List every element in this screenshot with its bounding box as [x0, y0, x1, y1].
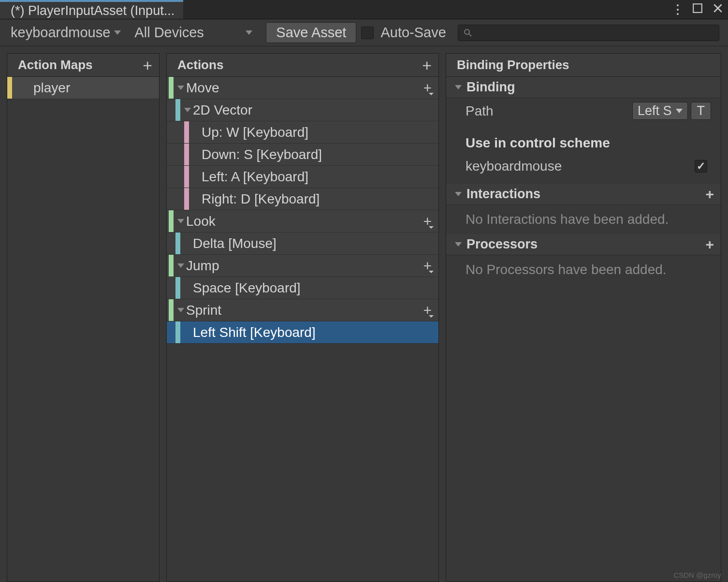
binding-label: Down: S [Keyboard] — [202, 147, 322, 162]
foldout-icon — [453, 189, 464, 200]
binding-properties-header: Binding Properties — [446, 54, 721, 77]
interactions-section-label: Interactions — [466, 187, 540, 202]
foldout-icon — [453, 82, 464, 93]
maximize-icon[interactable] — [692, 2, 703, 17]
binding-label: Space [Keyboard] — [193, 280, 301, 296]
action-label: Look — [186, 214, 216, 229]
processors-empty: No Processors have been added. — [446, 255, 721, 284]
color-bar — [175, 277, 180, 299]
add-processor-button[interactable]: + — [705, 236, 714, 253]
binding-label: Right: D [Keyboard] — [202, 191, 320, 207]
search-input[interactable] — [458, 25, 719, 41]
interactions-empty: No Interactions have been added. — [446, 205, 721, 234]
actions-panel: Actions + Move + 2D Vector Up: W [Keyboa… — [166, 53, 439, 582]
svg-point-3 — [465, 29, 469, 34]
actions-title: Actions — [177, 58, 223, 73]
action-jump[interactable]: Jump + — [167, 255, 438, 277]
color-bar — [175, 321, 180, 343]
binding-properties-body: Binding Path Left S T Use in control sch… — [446, 77, 721, 582]
composite-2d-vector[interactable]: 2D Vector — [167, 99, 438, 121]
foldout-icon — [453, 239, 464, 250]
add-binding-button[interactable]: + — [423, 302, 432, 319]
autosave-checkbox[interactable] — [361, 27, 374, 39]
foldout-icon[interactable] — [182, 105, 193, 116]
menu-dots-icon[interactable] — [677, 4, 679, 15]
binding-left[interactable]: Left: A [Keyboard] — [167, 166, 438, 188]
color-bar — [7, 77, 12, 99]
binding-section-label: Binding — [466, 80, 515, 95]
action-map-item[interactable]: player — [7, 77, 159, 99]
action-label: Move — [186, 80, 219, 96]
binding-label: Left Shift [Keyboard] — [193, 325, 316, 340]
main-area: Action Maps + player Actions + Move + — [0, 46, 728, 582]
save-asset-button[interactable]: Save Asset — [266, 22, 356, 43]
add-binding-button[interactable]: + — [423, 80, 432, 96]
tab-bar: (*) PlayerInputAsset (Input... — [0, 0, 728, 19]
control-scheme-row: keyboardmouse — [446, 155, 721, 178]
listen-button[interactable]: T — [691, 102, 712, 120]
binding-delta[interactable]: Delta [Mouse] — [167, 233, 438, 255]
binding-label: Delta [Mouse] — [193, 236, 277, 251]
processors-section-header[interactable]: Processors + — [446, 234, 721, 255]
devices-dropdown[interactable]: All Devices — [131, 24, 256, 42]
path-dropdown[interactable]: Left S — [632, 102, 688, 120]
color-bar — [169, 299, 174, 321]
chevron-down-icon — [114, 30, 121, 35]
add-action-button[interactable]: + — [422, 57, 432, 73]
control-scheme-checkbox[interactable] — [695, 160, 707, 173]
search-icon — [463, 28, 473, 38]
control-scheme-dropdown[interactable]: keyboardmouse — [7, 24, 125, 42]
binding-label: Left: A [Keyboard] — [202, 169, 308, 185]
tab-title: (*) PlayerInputAsset (Input... — [11, 3, 175, 18]
color-bar — [184, 166, 189, 188]
chevron-down-icon — [676, 109, 683, 113]
foldout-icon[interactable] — [175, 305, 186, 316]
action-maps-panel: Action Maps + player — [7, 53, 160, 582]
binding-section-header[interactable]: Binding — [446, 77, 721, 98]
add-binding-button[interactable]: + — [423, 213, 432, 230]
binding-right[interactable]: Right: D [Keyboard] — [167, 188, 438, 210]
binding-properties-title: Binding Properties — [457, 58, 569, 73]
color-bar — [184, 188, 189, 210]
devices-value: All Devices — [134, 25, 204, 41]
add-interaction-button[interactable]: + — [705, 186, 714, 203]
color-bar — [169, 210, 174, 232]
color-bar — [175, 233, 180, 254]
save-asset-label: Save Asset — [276, 25, 346, 40]
chevron-down-icon — [246, 30, 252, 35]
action-label: Sprint — [186, 303, 221, 318]
path-row: Path Left S T — [446, 98, 721, 124]
actions-header: Actions + — [167, 54, 438, 77]
use-control-scheme-label: Use in control scheme — [446, 131, 721, 155]
action-move[interactable]: Move + — [167, 77, 438, 99]
control-scheme-value: keyboardmouse — [11, 25, 110, 41]
composite-label: 2D Vector — [193, 102, 252, 118]
action-sprint[interactable]: Sprint + — [167, 299, 438, 321]
action-look[interactable]: Look + — [167, 210, 438, 233]
window-tab[interactable]: (*) PlayerInputAsset (Input... — [0, 0, 183, 19]
foldout-icon[interactable] — [175, 216, 186, 227]
action-map-label: player — [33, 80, 70, 96]
binding-down[interactable]: Down: S [Keyboard] — [167, 144, 438, 166]
color-bar — [169, 255, 174, 276]
svg-line-4 — [469, 34, 471, 36]
binding-up[interactable]: Up: W [Keyboard] — [167, 121, 438, 144]
binding-left-shift[interactable]: Left Shift [Keyboard] — [167, 321, 438, 344]
color-bar — [175, 99, 180, 121]
binding-properties-panel: Binding Properties Binding Path Left S T… — [446, 53, 721, 582]
binding-space[interactable]: Space [Keyboard] — [167, 277, 438, 299]
action-maps-title: Action Maps — [18, 58, 93, 73]
autosave-label: Auto-Save — [380, 25, 446, 41]
interactions-section-header[interactable]: Interactions + — [446, 184, 721, 205]
path-value: Left S — [638, 103, 672, 118]
color-bar — [184, 144, 189, 165]
foldout-icon[interactable] — [175, 261, 186, 271]
svg-rect-0 — [693, 4, 702, 13]
close-icon[interactable] — [713, 2, 723, 17]
add-binding-button[interactable]: + — [423, 258, 432, 274]
binding-label: Up: W [Keyboard] — [202, 125, 308, 140]
foldout-icon[interactable] — [175, 83, 186, 93]
add-action-map-button[interactable]: + — [143, 57, 152, 73]
action-maps-list: player — [7, 77, 159, 582]
action-maps-header: Action Maps + — [7, 54, 159, 77]
